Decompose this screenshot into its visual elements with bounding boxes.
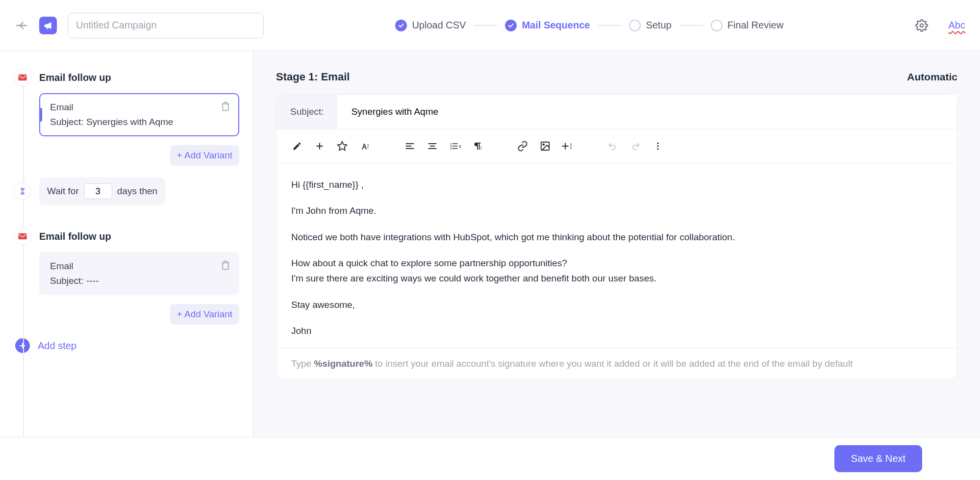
check-circle-icon [505,20,517,31]
step-mail-sequence[interactable]: Mail Sequence [505,20,590,31]
toolbar-align-left-button[interactable] [400,136,420,156]
svg-point-16 [657,143,658,144]
svg-text:3: 3 [450,147,452,150]
font-icon [359,141,371,151]
star-icon [337,141,348,152]
step-label: Final Review [728,20,783,31]
sig-hint-pre: Type [291,358,314,369]
check-circle-icon [395,20,407,31]
toolbar-font-button[interactable] [355,136,375,156]
trash-icon [221,101,230,112]
toolbar-link-button[interactable] [513,136,532,156]
add-step-row: Add step [14,338,239,353]
link-icon [517,141,528,152]
wait-config[interactable]: Wait for days then [39,177,165,205]
svg-point-4 [368,146,369,147]
arrow-left-icon [15,19,28,32]
toolbar-image-button[interactable] [535,136,555,156]
wait-stage: Wait for days then [14,177,239,205]
plus-icon [315,141,325,151]
step-connector [474,25,497,26]
email-stage-icon [14,69,31,86]
add-variant-button[interactable]: + Add Variant [170,145,239,166]
pending-circle-icon [629,20,641,31]
toolbar-more-insert-button[interactable] [558,136,578,156]
list-icon: 123 [449,141,461,151]
step-label: Upload CSV [412,20,466,31]
redo-icon [630,141,641,151]
back-button[interactable] [15,19,28,32]
sequence-stage-1: Email follow up Email Subject: Synergies… [14,69,239,136]
step-setup[interactable]: Setup [629,20,671,31]
editor-mode-label[interactable]: Automatic [907,71,957,83]
svg-rect-2 [18,233,26,239]
body-line: I'm sure there are exciting ways we coul… [291,271,942,286]
toolbar-edit-button[interactable] [287,136,307,156]
settings-button[interactable] [915,19,928,32]
toolbar-redo-button[interactable] [626,136,645,156]
stage-header: Wait for days then [14,177,239,205]
undo-icon [607,141,618,151]
svg-point-9 [480,149,481,150]
wait-stage-icon [14,182,31,200]
toolbar-insert-button[interactable] [310,136,329,156]
envelope-icon [18,74,27,81]
align-left-icon [404,141,415,151]
spellcheck-toggle[interactable]: Abc [949,20,965,31]
campaign-name-input[interactable] [68,13,264,38]
sig-hint-post: to insert your email account's signature… [373,358,853,369]
signature-hint: Type %signature% to insert your email ac… [276,348,957,379]
email-body-editor[interactable]: Hi {{first_name}} , I'm John from Aqme. … [276,163,957,348]
svg-point-14 [571,146,572,147]
email-card-active[interactable]: Email Subject: Synergies with Aqme [39,93,239,136]
toolbar-list-button[interactable]: 123 [445,136,465,156]
paragraph-icon [472,141,483,152]
step-connector [598,25,621,26]
image-icon [539,141,551,152]
svg-point-13 [571,144,572,145]
wait-days-input[interactable] [84,183,112,199]
subject-input[interactable] [338,95,957,129]
svg-point-18 [657,148,658,150]
add-step-label[interactable]: Add step [38,340,76,352]
svg-rect-1 [18,75,26,80]
megaphone-icon [43,21,53,30]
svg-point-12 [543,144,544,145]
toolbar-paragraph-button[interactable] [468,136,487,156]
card-type-label: Email [50,261,228,272]
add-step-button[interactable] [15,338,30,353]
add-variant-button[interactable]: + Add Variant [170,304,239,325]
plus-icon [19,342,26,350]
app-header: Upload CSV Mail Sequence Setup Final Rev… [0,0,980,51]
card-subject-label: Subject: ---- [50,276,228,286]
stage-title: Email follow up [39,72,111,83]
body-line: Noticed we both have integrations with H… [291,229,942,245]
wait-prefix: Wait for [47,186,79,197]
svg-point-17 [657,145,658,147]
editor-title: Stage 1: Email [276,71,350,83]
toolbar-star-button[interactable] [332,136,352,156]
svg-point-10 [480,147,481,148]
envelope-icon [18,233,27,240]
plus-dots-icon [562,141,574,151]
sequence-sidebar: Email follow up Email Subject: Synergies… [0,51,253,437]
body-line: Stay awesome, [291,297,942,312]
email-card-inactive[interactable]: Email Subject: ---- [39,252,239,295]
delete-email-button[interactable] [221,101,230,112]
editor-panel: Stage 1: Email Automatic Subject: 123 [253,51,980,437]
toolbar-more-button[interactable] [648,136,668,156]
svg-point-0 [920,24,923,27]
save-next-button[interactable]: Save & Next [834,445,922,472]
sequence-stage-2: Email follow up Email Subject: ---- [14,227,239,295]
delete-email-button[interactable] [221,260,230,271]
body-line: Hi {{first_name}} , [291,177,942,192]
toolbar-undo-button[interactable] [603,136,623,156]
step-final-review[interactable]: Final Review [711,20,783,31]
toolbar-align-center-button[interactable] [423,136,442,156]
svg-point-15 [571,148,572,149]
svg-point-3 [368,144,369,145]
body-line: John [291,323,942,338]
variant-row: + Add Variant [39,304,239,325]
step-upload-csv[interactable]: Upload CSV [395,20,466,31]
svg-point-5 [368,147,369,148]
